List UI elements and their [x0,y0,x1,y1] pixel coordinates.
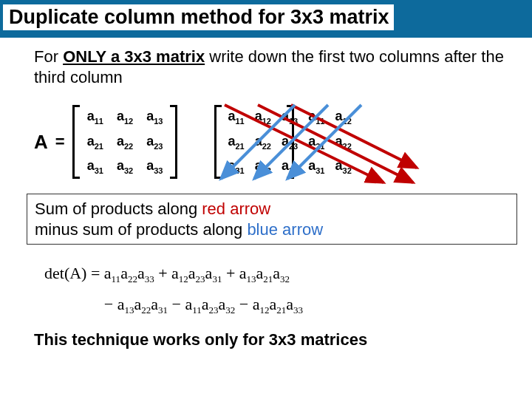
matrices-row: A = a11 a21 a31 a12 a22 a32 a13 a23 a33 … [34,105,510,179]
sum-line2a: minus sum of products along [35,220,247,239]
matrix-a-definition: A = a11 a21 a31 a12 a22 a32 a13 a23 a33 [34,105,177,179]
cell-a21: a21 [228,134,244,151]
cell-a31-dup: a31 [308,158,324,175]
intro-emphasis: ONLY a 3x3 matrix [63,47,205,66]
red-arrow-text: red arrow [202,200,270,218]
blue-arrow-text: blue arrow [247,220,323,239]
summary-box: Sum of products along red arrow minus su… [27,194,517,245]
matrix-grid-3x3: a11 a21 a31 a12 a22 a32 a13 a23 a33 [87,105,163,179]
cell-a23: a23 [146,134,163,151]
cell-a33: a33 [146,158,163,175]
title-bar: Duplicate column method for 3x3 matrix [0,0,532,38]
right-bracket [170,105,177,179]
cell-a32: a32 [117,158,133,175]
cell-a12: a12 [255,109,271,126]
intro-prefix: For [34,47,63,66]
cell-a31: a31 [87,158,103,175]
equals-sign: = [55,132,65,151]
cell-a32: a32 [255,158,271,175]
matrix-expanded: a11 a21 a31 a12 a22 a32 a13 a23 a33 a11 … [214,105,293,179]
cell-a13: a13 [146,109,163,126]
cell-a12-dup: a12 [335,109,352,126]
cell-a31: a31 [228,158,244,175]
cell-a11-dup: a11 [308,109,324,126]
cell-a11: a11 [228,109,244,126]
left-bracket [72,105,80,179]
determinant-formula: det(A) = a11a22a33 + a12a23a31 + a13a21a… [44,258,510,320]
cell-a21-dup: a21 [308,134,324,151]
cell-a32-dup: a32 [335,158,352,175]
cell-a21: a21 [87,134,103,151]
matrix-label: A [34,131,48,154]
intro-text: For ONLY a 3x3 matrix write down the fir… [34,47,510,87]
cell-a22: a22 [117,134,133,151]
slide-body: For ONLY a 3x3 matrix write down the fir… [0,38,532,349]
sum-line1a: Sum of products along [35,200,202,218]
cell-a22: a22 [255,134,271,151]
left-bracket [214,105,222,179]
slide-title: Duplicate column method for 3x3 matrix [3,4,394,30]
cell-a22-dup: a22 [335,134,352,151]
formula-lhs: det(A) = [44,264,104,282]
right-bracket [287,105,294,179]
footer-note: This technique works only for 3x3 matric… [34,330,510,349]
cell-a11: a11 [87,109,103,126]
cell-a12: a12 [117,109,133,126]
